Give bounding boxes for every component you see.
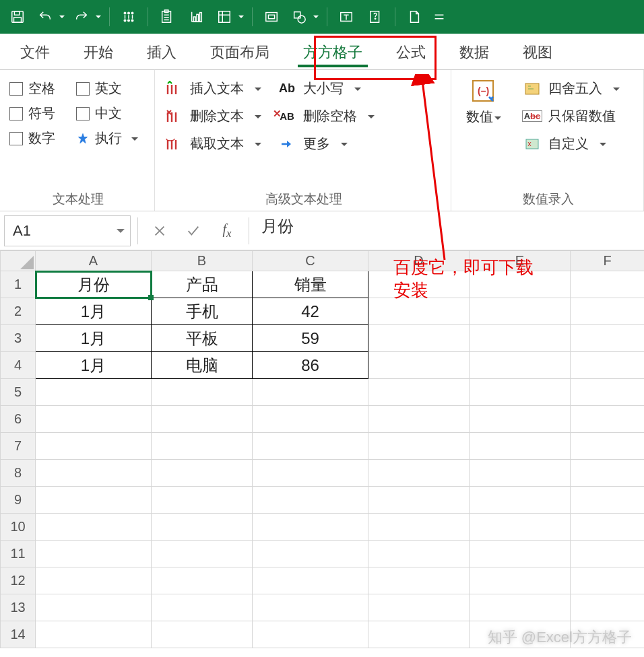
screenshot-icon[interactable]	[258, 3, 285, 30]
cell[interactable]	[571, 298, 645, 325]
cell[interactable]	[152, 594, 253, 621]
cell[interactable]	[152, 514, 253, 541]
cell[interactable]	[152, 487, 253, 514]
btn-case[interactable]: Ab 大小写	[278, 79, 375, 98]
cell[interactable]	[368, 433, 470, 460]
cell[interactable]	[253, 433, 368, 460]
cell[interactable]	[470, 487, 571, 514]
pivot-icon[interactable]	[213, 3, 247, 30]
cell[interactable]	[36, 621, 152, 648]
cell[interactable]: 销量	[253, 271, 368, 298]
row-header[interactable]: 11	[1, 541, 36, 567]
cell[interactable]	[368, 567, 470, 594]
row-header[interactable]: 7	[1, 433, 36, 460]
row-header[interactable]: 1	[1, 271, 36, 298]
btn-keep-number[interactable]: Abc 只保留数值	[523, 107, 620, 125]
row-header[interactable]: 6	[1, 406, 36, 433]
cell[interactable]	[368, 514, 470, 541]
chk-symbol[interactable]: 符号	[9, 104, 64, 123]
cell[interactable]	[470, 298, 571, 325]
chart-icon[interactable]	[183, 3, 210, 30]
textbox-icon[interactable]	[333, 3, 360, 30]
cell[interactable]	[36, 460, 152, 487]
paste-icon[interactable]	[154, 3, 181, 30]
cell[interactable]	[470, 541, 571, 567]
cell[interactable]	[253, 621, 368, 648]
btn-extract-text[interactable]: 截取文本	[164, 135, 261, 153]
cell[interactable]	[36, 379, 152, 406]
btn-trim-space[interactable]: ✕AB 删除空格	[278, 107, 375, 125]
cell[interactable]	[152, 541, 253, 567]
cell[interactable]	[253, 514, 368, 541]
cell[interactable]	[152, 460, 253, 487]
btn-custom[interactable]: 自定义	[523, 135, 620, 153]
cell[interactable]	[571, 352, 645, 379]
row-header[interactable]: 9	[1, 487, 36, 514]
fx-button[interactable]: fx	[211, 215, 243, 246]
cell[interactable]	[470, 594, 571, 621]
row-header[interactable]: 10	[1, 514, 36, 541]
cell[interactable]	[152, 621, 253, 648]
cell[interactable]	[571, 379, 645, 406]
btn-more[interactable]: 更多	[278, 135, 375, 153]
row-header[interactable]: 3	[1, 325, 36, 352]
btn-round[interactable]: 四舍五入	[523, 79, 620, 98]
cell[interactable]	[470, 567, 571, 594]
col-header-C[interactable]: C	[253, 251, 368, 271]
cell[interactable]	[36, 567, 152, 594]
cell[interactable]	[571, 541, 645, 567]
chk-number[interactable]: 数字	[9, 129, 64, 147]
cell[interactable]	[36, 487, 152, 514]
name-box[interactable]: A1	[4, 215, 131, 246]
col-header-B[interactable]: B	[152, 251, 253, 271]
redo-icon[interactable]	[70, 3, 104, 30]
cell[interactable]	[470, 514, 571, 541]
cell[interactable]	[368, 271, 470, 298]
cell[interactable]	[368, 594, 470, 621]
touch-mode-icon[interactable]	[115, 3, 142, 30]
select-all-corner[interactable]	[1, 251, 36, 271]
cell[interactable]: 电脑	[152, 352, 253, 379]
cell[interactable]	[152, 433, 253, 460]
cell[interactable]	[253, 567, 368, 594]
tab-file[interactable]: 文件	[5, 36, 65, 69]
cell[interactable]	[571, 406, 645, 433]
tab-fangfang[interactable]: 方方格子	[288, 36, 377, 69]
cancel-formula-button[interactable]	[143, 215, 176, 246]
tab-formula[interactable]: 公式	[381, 36, 441, 69]
col-header-E[interactable]: E	[470, 251, 571, 271]
row-header[interactable]: 5	[1, 379, 36, 406]
row-header[interactable]: 4	[1, 352, 36, 379]
cell[interactable]: 86	[253, 352, 368, 379]
undo-icon[interactable]	[34, 3, 67, 30]
page-icon[interactable]	[401, 3, 428, 30]
cell[interactable]	[253, 487, 368, 514]
chk-space[interactable]: 空格	[9, 79, 64, 98]
cell[interactable]: 平板	[152, 325, 253, 352]
row-header[interactable]: 12	[1, 567, 36, 594]
cell[interactable]	[152, 406, 253, 433]
cell[interactable]: 1月	[36, 298, 152, 325]
col-header-A[interactable]: A	[36, 251, 152, 271]
cell[interactable]	[571, 514, 645, 541]
chk-chinese[interactable]: 中文	[76, 104, 147, 123]
cell[interactable]	[152, 567, 253, 594]
btn-number-format[interactable]: (–) 数值	[461, 75, 507, 129]
tab-home[interactable]: 开始	[69, 36, 128, 69]
row-header[interactable]: 2	[1, 298, 36, 325]
cell[interactable]	[36, 594, 152, 621]
cell[interactable]	[368, 298, 470, 325]
tab-insert[interactable]: 插入	[132, 36, 191, 69]
formula-input[interactable]: 月份	[252, 215, 644, 246]
col-header-F[interactable]: F	[571, 251, 645, 271]
cell[interactable]: 42	[253, 298, 368, 325]
row-header[interactable]: 14	[1, 621, 36, 648]
help-icon[interactable]	[362, 3, 389, 30]
cell[interactable]: 产品	[152, 271, 253, 298]
cell[interactable]	[253, 406, 368, 433]
cell[interactable]	[470, 433, 571, 460]
cell[interactable]	[152, 379, 253, 406]
cell[interactable]	[368, 621, 470, 648]
cell[interactable]	[36, 514, 152, 541]
cell[interactable]	[368, 325, 470, 352]
